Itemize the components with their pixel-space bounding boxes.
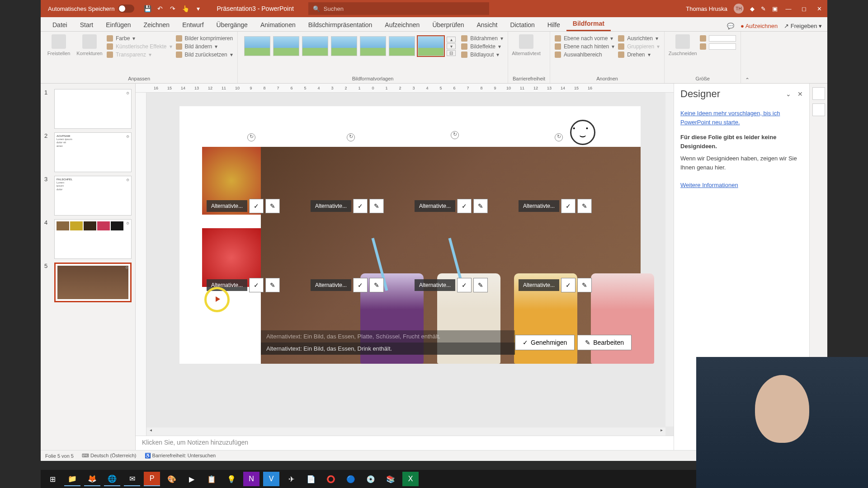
pencil-icon[interactable]: ✎ <box>265 199 280 213</box>
group-button[interactable]: Gruppieren ▾ <box>618 43 660 50</box>
check-icon[interactable]: ✓ <box>561 278 576 292</box>
approve-button[interactable]: ✓ Genehmigen <box>515 335 575 350</box>
pencil-icon[interactable]: ✎ <box>369 278 384 292</box>
tab-bildformat[interactable]: Bildformat <box>566 17 611 31</box>
tab-entwurf[interactable]: Entwurf <box>176 19 210 31</box>
check-icon[interactable]: ✓ <box>353 199 368 213</box>
maximize-icon[interactable]: ◻ <box>799 5 808 12</box>
check-icon[interactable]: ✓ <box>457 199 472 213</box>
tab-einfuegen[interactable]: Einfügen <box>99 19 137 31</box>
app-icon[interactable]: 💿 <box>363 472 379 486</box>
app-icon[interactable]: ⭕ <box>323 472 339 486</box>
reset-pic-button[interactable]: Bild zurücksetzen ▾ <box>176 52 233 58</box>
record-button[interactable]: ● Aufzeichnen <box>741 23 778 29</box>
slide-count[interactable]: Folie 5 von 5 <box>45 453 74 459</box>
tab-zeichnen[interactable]: Zeichnen <box>137 19 176 31</box>
height-input[interactable] <box>700 35 736 42</box>
scrollbar-vertical[interactable] <box>665 93 674 427</box>
avatar[interactable]: TH <box>734 4 744 14</box>
diamond-icon[interactable]: ◆ <box>750 5 755 12</box>
close-icon[interactable]: ✕ <box>815 5 824 12</box>
tab-hilfe[interactable]: Hilfe <box>541 19 566 31</box>
rotate-button[interactable]: Drehen ▾ <box>618 52 660 58</box>
check-icon[interactable]: ✓ <box>353 278 368 292</box>
border-button[interactable]: Bildrahmen ▾ <box>461 35 503 42</box>
alttext-button[interactable]: Alternativtext <box>513 34 540 56</box>
app-icon[interactable]: V <box>263 472 279 486</box>
more-icon[interactable]: ▾ <box>194 5 202 13</box>
check-icon[interactable]: ✓ <box>249 199 264 213</box>
rotate-handle-icon[interactable] <box>451 131 459 139</box>
picture-styles-gallery[interactable]: ▴▾⊟ <box>242 34 458 58</box>
effects-button[interactable]: Bildeffekte ▾ <box>461 43 503 50</box>
edit-button[interactable]: ✎ Bearbeiten <box>577 335 632 350</box>
crop-button[interactable]: Zuschneiden <box>669 34 696 56</box>
share-button[interactable]: ↗ Freigeben ▾ <box>784 23 822 29</box>
forward-button[interactable]: Ebene nach vorne ▾ <box>555 35 614 42</box>
side-button-2[interactable] <box>812 103 825 116</box>
pencil-icon[interactable]: ✎ <box>473 199 488 213</box>
undo-icon[interactable]: ↶ <box>156 5 164 13</box>
onenote-icon[interactable]: N <box>243 472 259 486</box>
rotate-handle-icon[interactable] <box>555 133 563 141</box>
chevron-down-icon[interactable]: ⌄ <box>786 90 791 98</box>
slide-canvas[interactable]: Alternativte...✓✎ Alternativte...✓✎ Alte… <box>146 93 674 436</box>
window-icon[interactable]: ▣ <box>772 5 778 12</box>
touch-icon[interactable]: 👆 <box>181 5 189 13</box>
thumbnail-5[interactable]: ⚙ <box>54 263 132 302</box>
save-icon[interactable]: 💾 <box>143 5 151 13</box>
pencil-icon[interactable]: ✎ <box>473 278 488 292</box>
tab-ueberpruefen[interactable]: Überprüfen <box>426 19 470 31</box>
app-icon[interactable]: 🎨 <box>164 472 180 486</box>
tab-ansicht[interactable]: Ansicht <box>470 19 504 31</box>
color-button[interactable]: Farbe ▾ <box>107 35 172 42</box>
chrome-icon[interactable]: 🌐 <box>104 472 120 486</box>
search-input[interactable]: 🔍 Suchen <box>308 2 489 15</box>
start-icon[interactable]: ⊞ <box>44 472 61 486</box>
tab-start[interactable]: Start <box>74 19 100 31</box>
side-button-1[interactable] <box>812 87 825 100</box>
vlc-icon[interactable]: ▶ <box>184 472 200 486</box>
tab-bildschirm[interactable]: Bildschirmpräsentation <box>302 19 379 31</box>
designer-more-link[interactable]: Weitere Informationen <box>680 181 803 190</box>
app-icon[interactable]: 🔵 <box>343 472 359 486</box>
layout-button[interactable]: Bildlayout ▾ <box>461 52 503 58</box>
tab-dictation[interactable]: Dictation <box>504 19 541 31</box>
accessibility-check[interactable]: ♿ Barrierefreiheit: Untersuchen <box>145 453 216 459</box>
tab-datei[interactable]: Datei <box>46 19 74 31</box>
pencil-icon[interactable]: ✎ <box>369 199 384 213</box>
app-icon[interactable]: 📚 <box>382 472 399 486</box>
notes-input[interactable]: Klicken Sie, um Notizen hinzuzufügen <box>136 436 674 450</box>
close-pane-icon[interactable]: ✕ <box>797 90 803 98</box>
lang-indicator[interactable]: ⌨ Deutsch (Österreich) <box>82 453 137 459</box>
check-icon[interactable]: ✓ <box>457 278 472 292</box>
toggle-icon[interactable] <box>118 5 134 13</box>
compress-button[interactable]: Bilder komprimieren <box>176 35 233 42</box>
remove-bg-button[interactable]: Freistellen <box>45 34 72 56</box>
powerpoint-icon[interactable]: P <box>144 472 160 486</box>
app-icon[interactable]: 📄 <box>303 472 319 486</box>
designer-stop-link[interactable]: Keine Ideen mehr vorschlagen, bis ich Po… <box>680 109 803 127</box>
align-button[interactable]: Ausrichten ▾ <box>618 35 660 42</box>
app-icon[interactable]: 💡 <box>223 472 240 486</box>
firefox-icon[interactable]: 🦊 <box>84 472 100 486</box>
excel-icon[interactable]: X <box>402 472 419 486</box>
width-input[interactable] <box>700 43 736 50</box>
collapse-ribbon-icon[interactable]: ⌃ <box>741 32 754 83</box>
check-icon[interactable]: ✓ <box>561 199 576 213</box>
thumbnail-2[interactable]: ⚙ACHTSAMLorem ipsumdolor sitamet <box>54 132 132 172</box>
outlook-icon[interactable]: ✉ <box>124 472 140 486</box>
tab-aufzeichnen[interactable]: Aufzeichnen <box>378 19 426 31</box>
minimize-icon[interactable]: — <box>784 5 793 12</box>
app-icon[interactable]: 📋 <box>203 472 220 486</box>
smiley-icon[interactable] <box>570 120 595 145</box>
pencil-icon[interactable]: ✎ <box>265 278 280 292</box>
pen-icon[interactable]: ✎ <box>761 5 766 12</box>
check-icon[interactable]: ✓ <box>249 278 264 292</box>
redo-icon[interactable]: ↷ <box>169 5 177 13</box>
selection-button[interactable]: Auswahlbereich <box>555 52 614 58</box>
user-name[interactable]: Thomas Hruska <box>686 5 727 12</box>
tab-animationen[interactable]: Animationen <box>254 19 302 31</box>
pencil-icon[interactable]: ✎ <box>577 278 592 292</box>
thumbnail-4[interactable]: ⚙ <box>54 219 132 259</box>
